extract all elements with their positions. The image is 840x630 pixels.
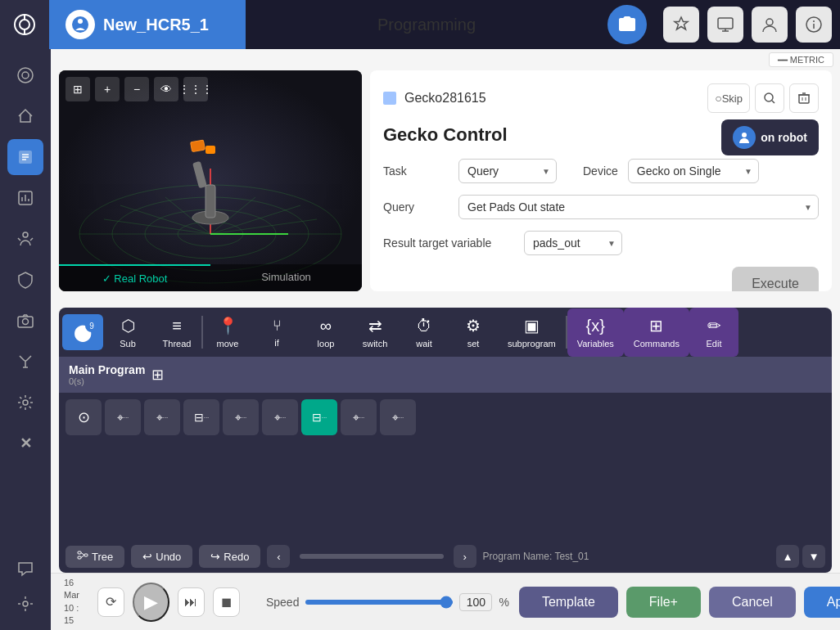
query-label: Query (383, 200, 449, 214)
cmd-tab-subprogram[interactable]: ▣ subprogram (498, 308, 566, 357)
sidebar-item-tools[interactable] (7, 344, 43, 380)
device-select[interactable]: Gecko on Single (628, 159, 759, 183)
cmd-tab-switch[interactable]: ⇄ switch (350, 308, 400, 357)
vp-axes-btn[interactable]: ⊞ (65, 77, 90, 101)
user-icon[interactable] (752, 7, 788, 43)
stop-button[interactable]: ◼ (213, 587, 240, 617)
prog-icon-5[interactable]: ⌖··· (223, 399, 259, 435)
apply-button[interactable]: Apply (804, 587, 840, 618)
svg-point-9 (766, 19, 773, 25)
sidebar-item-chart[interactable] (7, 180, 43, 216)
nav-right-button[interactable]: › (454, 545, 476, 568)
metric-badge: ━━ METRIC (769, 52, 833, 67)
device-select-wrapper: Gecko on Single (628, 159, 759, 183)
date: 16 Mar (64, 577, 89, 602)
prog-icon-3[interactable]: ⌖··· (144, 399, 180, 435)
cmd-tab-wait[interactable]: ⏱ wait (400, 308, 449, 357)
cmd-tab-sub[interactable]: ⬡ Sub (103, 308, 152, 357)
sidebar-item-x[interactable]: ✕ (7, 425, 43, 461)
simulation-tab[interactable]: Simulation (210, 264, 362, 291)
result-select[interactable]: pads_out (524, 231, 622, 255)
switch-label: switch (363, 339, 388, 349)
header: New_HCR5_1 Programming (0, 0, 840, 49)
panel-header: Gecko281615 ○ Skip (383, 83, 819, 113)
sidebar-item-chat[interactable] (7, 550, 43, 586)
skip-button[interactable]: ○ Skip (707, 83, 750, 113)
cancel-button[interactable]: Cancel (709, 587, 796, 618)
prog-icon-7[interactable]: ⊟··· (301, 399, 337, 435)
undo-button[interactable]: ↩ Undo (131, 545, 192, 568)
sidebar-item-config[interactable] (7, 586, 43, 622)
prog-icon-6[interactable]: ⌖··· (262, 399, 298, 435)
undo-label: Undo (156, 551, 181, 563)
viewport-toolbar: ⊞ + − 👁 ⋮⋮⋮ (65, 77, 208, 101)
info-icon[interactable] (796, 7, 832, 43)
template-button[interactable]: Template (519, 587, 618, 618)
vp-view-btn[interactable]: 👁 (154, 77, 178, 101)
wait-icon: ⏱ (416, 317, 432, 335)
camera-button[interactable] (607, 5, 647, 44)
cmd-tab-commands[interactable]: ⊞ Commands (624, 308, 689, 357)
prog-icon-1[interactable]: ⊙ (65, 399, 102, 435)
cmd-tab-if[interactable]: ⑂ if (252, 309, 301, 356)
prog-icon-4[interactable]: ⊟··· (183, 399, 219, 435)
search-button[interactable] (755, 83, 784, 113)
logo-area: New_HCR5_1 (49, 0, 246, 49)
sidebar-item-safety[interactable] (7, 262, 43, 298)
cmd-tab-edit[interactable]: ✏ Edit (689, 308, 738, 357)
delete-button[interactable] (789, 83, 819, 113)
cmd-tab-loop[interactable]: ∞ loop (301, 308, 350, 357)
cmd-tab-variables[interactable]: {x} Variables (567, 308, 624, 357)
prog-icon-8[interactable]: ⌖··· (341, 399, 377, 435)
sidebar-item-dashboard[interactable] (7, 98, 43, 134)
variables-label: Variables (577, 339, 614, 349)
vp-grid-btn[interactable]: ⋮⋮⋮ (183, 77, 208, 101)
sidebar-item-robot[interactable] (7, 221, 43, 257)
onrobot-logo: on robot (721, 119, 819, 155)
task-device-row: Task Query Device Gecko on Single (383, 159, 819, 183)
checkmark-icon: ✓ (102, 272, 111, 285)
prog-icon-9[interactable]: ⌖··· (380, 399, 416, 435)
thread-icon: ≡ (172, 317, 182, 335)
task-select[interactable]: Query (458, 159, 557, 183)
cmd-tab-set[interactable]: ⚙ set (449, 308, 498, 357)
sidebar-item-settings[interactable] (7, 385, 43, 421)
logo-text: on robot (761, 131, 807, 144)
tree-button[interactable]: Tree (65, 546, 124, 568)
redo-button[interactable]: ↪ Redo (199, 545, 260, 568)
file-button[interactable]: File+ (626, 587, 701, 618)
time: 10 : 15 (64, 602, 89, 628)
svg-point-57 (742, 133, 747, 137)
cmd-tab-move[interactable]: 📍 move (203, 308, 252, 357)
cmd-tab-thread[interactable]: ≡ Thread (152, 308, 201, 357)
sidebar-item-camera[interactable] (7, 303, 43, 339)
monitor-icon[interactable] (707, 7, 743, 43)
real-robot-label: Real Robot (114, 272, 167, 285)
speed-slider[interactable] (305, 600, 453, 605)
viewport-footer: ✓ Real Robot Simulation (59, 264, 362, 291)
loop-button[interactable]: ⟳ (97, 587, 124, 617)
expand-button[interactable]: ⊞ (151, 366, 164, 384)
nav-left-button[interactable]: ‹ (267, 545, 290, 568)
query-select[interactable]: Get Pads Out state (458, 195, 819, 219)
prog-icon-2[interactable]: ⌖··· (105, 399, 141, 435)
sidebar-item-program[interactable] (7, 139, 43, 175)
program-name-section: Main Program 0(s) (69, 363, 145, 386)
sidebar-toggle[interactable] (0, 0, 49, 49)
play-button[interactable]: ▶ (133, 583, 169, 622)
step-forward-button[interactable]: ⏭ (178, 587, 205, 617)
real-robot-tab[interactable]: ✓ Real Robot (59, 264, 210, 291)
sidebar-item-home[interactable] (7, 57, 43, 93)
svg-point-27 (23, 400, 28, 405)
vp-add-btn[interactable]: + (95, 77, 120, 101)
badge-icon[interactable] (663, 7, 699, 43)
execute-button[interactable]: Execute (732, 267, 819, 291)
bottom-bar: Tree ↩ Undo ↪ Redo ‹ › Program Name: Tes… (59, 540, 832, 573)
result-label: Result target variable (383, 236, 514, 250)
vp-remove-btn[interactable]: − (124, 77, 149, 101)
left-sidebar: ✕ (0, 49, 51, 630)
if-icon: ⑂ (273, 317, 282, 335)
scroll-down-button[interactable]: ▼ (802, 545, 825, 568)
cmd-tab-main[interactable]: 9 ⬤ (62, 314, 103, 350)
scroll-up-button[interactable]: ▲ (776, 545, 799, 568)
